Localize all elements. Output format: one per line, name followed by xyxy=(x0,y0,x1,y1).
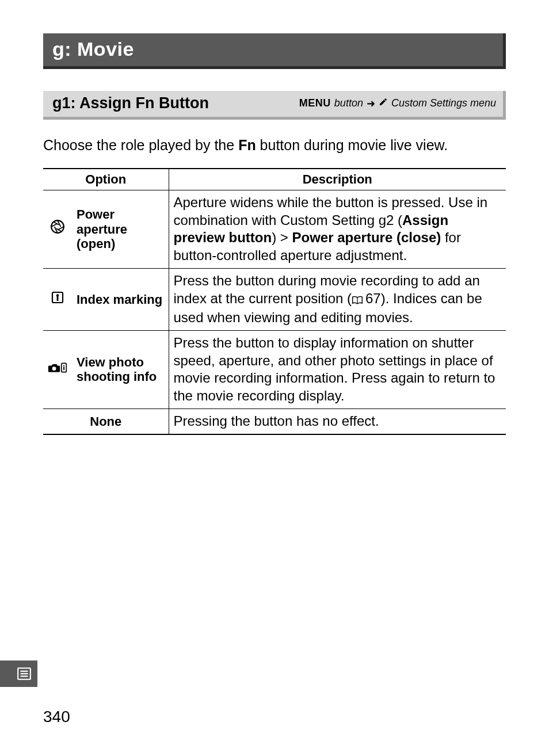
page-number: 340 xyxy=(43,708,70,726)
index-marking-icon xyxy=(43,268,72,330)
breadcrumb-button-word: button xyxy=(334,97,363,109)
table-row: Power aperture (open)Aperture widens whi… xyxy=(43,190,506,268)
pencil-icon xyxy=(379,97,388,109)
col-header-option: Option xyxy=(43,169,169,190)
option-description: Pressing the button has no effect. xyxy=(169,408,506,434)
svg-point-5 xyxy=(52,366,56,371)
page-side-tab xyxy=(0,660,37,687)
option-description: Press the button to display information … xyxy=(169,330,506,408)
svg-rect-3 xyxy=(57,296,59,301)
breadcrumb: MENU button ➜ Custom Settings menu xyxy=(299,97,496,110)
option-description: Aperture widens while the button is pres… xyxy=(169,190,506,268)
option-description: Press the button during movie recording … xyxy=(169,268,506,330)
setting-title: g1: Assign Fn Button xyxy=(52,94,209,112)
option-label: Power aperture (open) xyxy=(72,190,169,268)
breadcrumb-menu-label: MENU xyxy=(299,97,331,109)
menu-list-icon xyxy=(17,666,32,681)
intro-bold: Fn xyxy=(238,137,256,153)
section-title: g: Movie xyxy=(52,38,134,60)
setting-header-bar: g1: Assign Fn Button MENU button ➜ Custo… xyxy=(43,91,506,120)
intro-pre: Choose the role played by the xyxy=(43,137,238,153)
aperture-icon xyxy=(43,190,72,268)
svg-point-0 xyxy=(51,221,64,234)
breadcrumb-target: Custom Settings menu xyxy=(391,97,496,109)
table-row: Index markingPress the button during mov… xyxy=(43,268,506,330)
options-table: Option Description Power aperture (open)… xyxy=(43,168,506,435)
table-row: NonePressing the button has no effect. xyxy=(43,408,506,434)
section-banner: g: Movie xyxy=(43,33,506,69)
option-label: None xyxy=(43,408,169,434)
intro-post: button during movie live view. xyxy=(256,137,448,153)
table-row: View photo shooting infoPress the button… xyxy=(43,330,506,408)
intro-text: Choose the role played by the Fn button … xyxy=(43,136,506,155)
arrow-right-icon: ➜ xyxy=(367,97,375,110)
option-label: Index marking xyxy=(72,268,169,330)
col-header-description: Description xyxy=(169,169,506,190)
svg-rect-8 xyxy=(63,366,64,370)
svg-point-7 xyxy=(63,365,64,366)
camera-info-icon xyxy=(43,330,72,408)
page-ref-icon xyxy=(352,292,363,310)
option-label: View photo shooting info xyxy=(72,330,169,408)
